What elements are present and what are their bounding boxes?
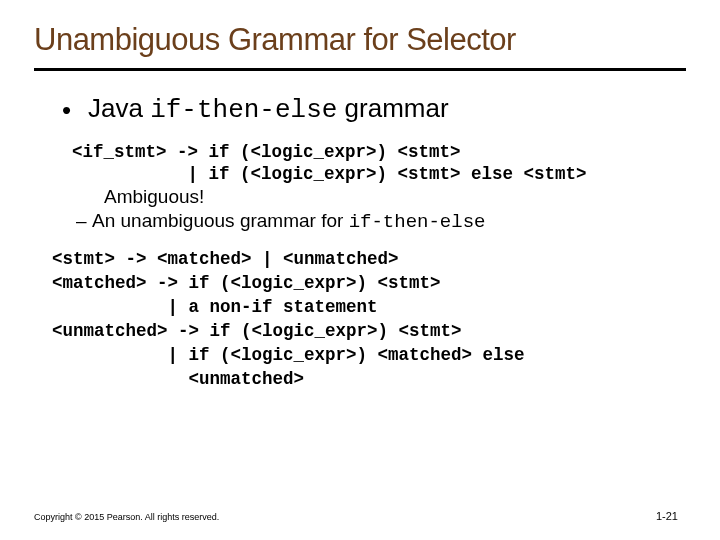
slide: Unambiguous Grammar for Selector •Java i… (0, 0, 720, 540)
grammar2-line5: | if (<logic_expr>) <matched> else (52, 345, 686, 365)
bullet1-post: grammar (337, 93, 448, 123)
copyright: Copyright © 2015 Pearson. All rights res… (34, 512, 219, 522)
bullet1-code: if-then-else (150, 95, 337, 125)
grammar1-line2: | if (<logic_expr>) <stmt> else <stmt> (72, 164, 686, 184)
sub-code: if-then-else (349, 211, 486, 233)
grammar2-line2: <matched> -> if (<logic_expr>) <stmt> (52, 273, 686, 293)
grammar1-line1: <if_stmt> -> if (<logic_expr>) <stmt> (72, 142, 686, 162)
bullet-java-grammar: •Java if-then-else grammar (62, 93, 686, 126)
grammar2-line4: <unmatched> -> if (<logic_expr>) <stmt> (52, 321, 686, 341)
ambiguous-note: Ambiguous! (104, 186, 686, 208)
grammar2-line3: | a non-if statement (52, 297, 686, 317)
title-rule (34, 68, 686, 71)
bullet1-pre: Java (88, 93, 150, 123)
sub-pre: An unambiguous grammar for (92, 210, 349, 231)
page-number: 1-21 (656, 510, 678, 522)
grammar2-line1: <stmt> -> <matched> | <unmatched> (52, 249, 686, 269)
dash-icon: – (76, 210, 92, 232)
bullet-dot-icon: • (62, 95, 88, 126)
grammar2-line6: <unmatched> (52, 369, 686, 389)
page-title: Unambiguous Grammar for Selector (34, 22, 686, 58)
sub-bullet-unambiguous: –An unambiguous grammar for if-then-else (76, 210, 686, 233)
